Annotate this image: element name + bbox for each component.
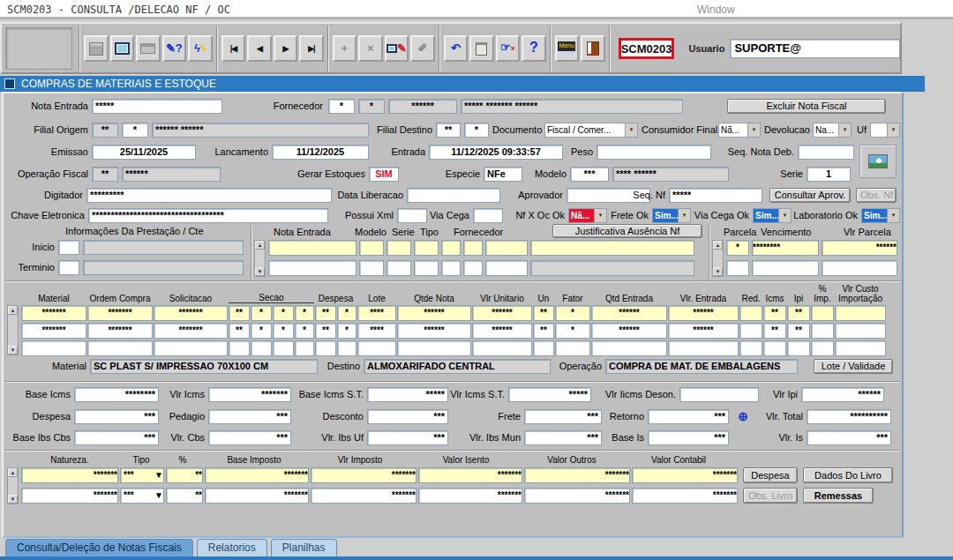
imp-cell[interactable]: [811, 305, 834, 321]
chevron-down-icon[interactable]: ▼: [887, 209, 899, 222]
tab-planilhas[interactable]: Planilhas: [271, 539, 337, 557]
laboratorio-ok-dropdown[interactable]: Sim... ▼: [861, 208, 900, 223]
tipo-dropdown[interactable]: *** ▼: [120, 488, 164, 504]
nota-entrada-input[interactable]: *****: [92, 99, 222, 114]
excluir-nota-fiscal-button[interactable]: Excluir Nota Fiscal: [727, 99, 886, 114]
tab-relatorios[interactable]: Relatorios: [197, 539, 267, 557]
secao-cell[interactable]: *: [273, 305, 294, 321]
vlr-icms-input[interactable]: *******: [208, 387, 291, 402]
qtde-nota-cell[interactable]: [397, 340, 471, 356]
nf-modelo-cell[interactable]: [359, 240, 384, 256]
chevron-down-icon[interactable]: ▼: [154, 489, 163, 503]
red-cell[interactable]: [739, 323, 762, 339]
filial-origem-2-input[interactable]: *: [122, 123, 148, 138]
retorno-plus-icon[interactable]: ⊕: [734, 409, 748, 424]
base-icms-st-input[interactable]: *****: [367, 387, 448, 402]
material-cell[interactable]: [21, 340, 86, 356]
material-cell[interactable]: *******: [21, 305, 86, 321]
tipo-dropdown[interactable]: *** ▼: [120, 467, 164, 483]
ipi-cell[interactable]: [787, 340, 810, 356]
fornecedor-code1-input[interactable]: *: [328, 99, 355, 114]
despesa-button[interactable]: Despesa: [743, 467, 798, 483]
icms-cell[interactable]: **: [763, 305, 786, 321]
solicitacao-cell[interactable]: *******: [154, 305, 228, 321]
base-imposto-cell[interactable]: *******: [205, 488, 309, 504]
lancamento-input[interactable]: 11/12/2025: [272, 145, 369, 160]
vlr-entrada-cell[interactable]: [668, 340, 739, 356]
chevron-down-icon[interactable]: ▼: [678, 209, 690, 222]
retorno-input[interactable]: ***: [648, 409, 729, 424]
secao-cell[interactable]: *: [295, 305, 314, 321]
solicitacao-cell[interactable]: [154, 340, 228, 356]
secao-cell[interactable]: [273, 340, 294, 356]
lote-validade-button[interactable]: Lote / Validade: [814, 359, 893, 374]
valor-isento-cell[interactable]: *******: [418, 488, 522, 504]
vlr-custo-cell[interactable]: [835, 305, 886, 321]
base-icms-input[interactable]: ********: [74, 387, 159, 402]
next-record-button[interactable]: ▶: [274, 35, 298, 62]
ipi-cell[interactable]: **: [787, 305, 810, 321]
pct-cell[interactable]: **: [166, 488, 203, 504]
frete-input[interactable]: ***: [524, 409, 602, 424]
scroll-up-icon[interactable]: ▲: [713, 241, 723, 250]
vlr-icms-st-input[interactable]: *****: [508, 387, 591, 402]
secao-cell[interactable]: [229, 340, 250, 356]
modelo-1-input[interactable]: ***: [570, 167, 609, 182]
scroll-up-icon[interactable]: ▲: [8, 306, 18, 315]
vlr-ipi-input[interactable]: ******: [801, 387, 884, 402]
nf-tipo3-cell[interactable]: [463, 240, 483, 256]
natureza-scrollbar[interactable]: ▲ ▼: [7, 467, 19, 504]
seq-nf-input[interactable]: *****: [669, 188, 762, 203]
via-cega-input[interactable]: [473, 208, 503, 223]
usuario-input[interactable]: SUPORTE@: [730, 39, 900, 58]
ipi-cell[interactable]: **: [787, 323, 810, 339]
nf-fornecedor-nome-cell[interactable]: [530, 240, 694, 256]
red-cell[interactable]: [739, 305, 762, 321]
scroll-down-icon[interactable]: ▼: [713, 267, 723, 276]
secao-cell[interactable]: *: [251, 323, 272, 339]
icms-cell[interactable]: **: [763, 323, 786, 339]
vencimento-cell[interactable]: ********: [752, 240, 819, 256]
secao-cell[interactable]: *: [273, 323, 294, 339]
operacao-fiscal-1-input[interactable]: **: [92, 167, 118, 182]
chevron-down-icon[interactable]: ▼: [747, 123, 760, 137]
gerar-estoques-input[interactable]: SIM: [369, 167, 399, 182]
vlr-is-input[interactable]: ***: [807, 430, 891, 445]
parcelas-scrollbar[interactable]: ▲ ▼: [712, 240, 724, 277]
vlr-parcela-cell[interactable]: ******: [822, 240, 897, 256]
despesa-cell[interactable]: [315, 340, 336, 356]
nf-fornecedor-nome-cell[interactable]: [530, 260, 694, 276]
pedagio-input[interactable]: ***: [208, 409, 291, 424]
nf-tipo3-cell[interactable]: [463, 260, 483, 276]
nf-fornecedor-cell[interactable]: [485, 240, 528, 256]
despesa-cell[interactable]: *: [337, 305, 356, 321]
un-cell[interactable]: **: [533, 323, 554, 339]
secao-cell[interactable]: **: [229, 323, 250, 339]
base-ibs-cbs-input[interactable]: ***: [74, 430, 159, 445]
vlr-entrada-cell[interactable]: ******: [668, 323, 739, 339]
despesa-cell[interactable]: *: [337, 323, 356, 339]
clipboard-button[interactable]: [469, 35, 494, 62]
data-liberacao-input[interactable]: [407, 188, 500, 203]
un-cell[interactable]: [533, 340, 554, 356]
modelo-2-input[interactable]: **** ******: [612, 167, 729, 182]
despesa-cell[interactable]: **: [315, 305, 336, 321]
delete-record-button[interactable]: ×: [358, 35, 383, 62]
devolucao-dropdown[interactable]: Na... ▼: [813, 123, 852, 138]
nf-x-oc-ok-dropdown[interactable]: Nã... ▼: [568, 208, 607, 223]
fator-cell[interactable]: *: [555, 305, 590, 321]
frete-ok-dropdown[interactable]: Sim... ▼: [652, 208, 691, 223]
detail-destino-input[interactable]: ALMOXARIFADO CENTRAL: [364, 359, 551, 374]
digitador-input[interactable]: *********: [86, 188, 332, 203]
scroll-down-icon[interactable]: ▼: [8, 495, 18, 504]
terminio-code-input[interactable]: [58, 260, 79, 275]
despesa-cell[interactable]: [337, 340, 356, 356]
chevron-down-icon[interactable]: ▼: [625, 123, 637, 137]
vlr-ibs-uf-input[interactable]: ***: [367, 430, 448, 445]
execute-query-button[interactable]: ϟϟ: [188, 35, 213, 62]
help-query-button[interactable]: ✎?: [162, 35, 187, 62]
lote-cell[interactable]: [357, 340, 396, 356]
valor-outros-cell[interactable]: *******: [524, 488, 630, 504]
vlr-custo-cell[interactable]: [835, 340, 886, 356]
insert-record-button[interactable]: +: [333, 35, 357, 62]
